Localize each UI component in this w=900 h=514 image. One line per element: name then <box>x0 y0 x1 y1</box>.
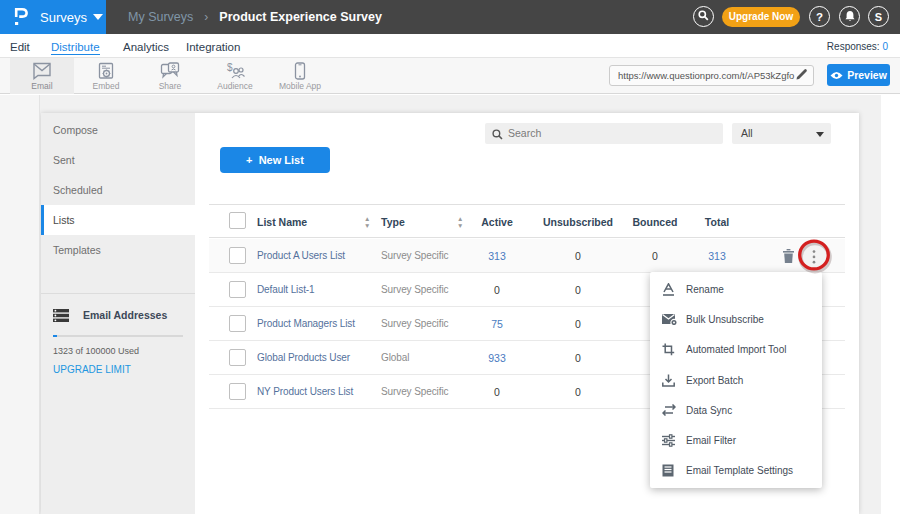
svg-text:$: $ <box>227 62 233 73</box>
